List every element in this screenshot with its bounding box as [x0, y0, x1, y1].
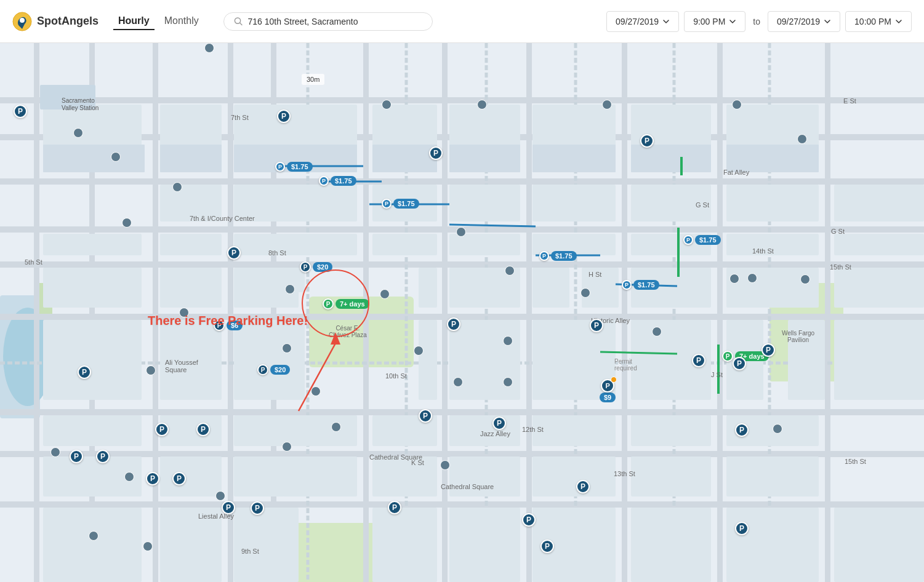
svg-rect-89 — [283, 320, 305, 400]
price-marker-3[interactable]: P $1.75 — [382, 199, 419, 209]
parking-marker[interactable]: P — [222, 501, 235, 514]
price-marker-6-1[interactable]: P $6 — [214, 320, 243, 331]
parking-marker[interactable]: P — [761, 343, 775, 357]
parking-marker[interactable] — [179, 308, 189, 317]
parking-marker[interactable] — [111, 152, 121, 162]
parking-marker[interactable] — [380, 289, 390, 299]
parking-marker[interactable]: P — [733, 357, 746, 370]
parking-marker[interactable] — [602, 100, 612, 110]
date-to-dropdown[interactable]: 09/27/2019 — [768, 11, 840, 32]
label-cathedral-square-2: Cathedral Square — [441, 483, 494, 490]
nav-monthly[interactable]: Monthly — [159, 13, 204, 30]
svg-rect-15 — [0, 261, 924, 268]
parking-marker[interactable] — [773, 424, 782, 434]
parking-marker[interactable] — [747, 273, 757, 283]
parking-marker[interactable] — [732, 100, 742, 110]
parking-marker[interactable] — [331, 422, 341, 432]
svg-rect-20 — [34, 43, 39, 582]
parking-marker[interactable]: P — [735, 522, 749, 535]
svg-rect-17 — [0, 409, 924, 415]
parking-marker[interactable]: P — [172, 472, 186, 485]
chevron-down-icon — [662, 18, 670, 25]
price-marker-4[interactable]: P $1.75 — [539, 251, 577, 261]
map[interactable]: 30m SacramentoValley Station 7th & I/Cou… — [0, 43, 924, 582]
street-15th-1: 15th St — [830, 263, 851, 271]
parking-marker[interactable] — [797, 134, 807, 144]
price-marker-6[interactable]: P $1.75 — [683, 235, 721, 245]
parking-marker[interactable] — [729, 274, 739, 284]
parking-marker[interactable] — [146, 365, 156, 375]
parking-marker[interactable] — [122, 218, 132, 228]
parking-marker[interactable] — [581, 288, 590, 298]
parking-marker[interactable]: P — [96, 450, 110, 463]
parking-marker[interactable] — [143, 541, 153, 551]
svg-rect-110 — [372, 456, 437, 496]
time-from-dropdown[interactable]: 9:00 PM — [684, 11, 745, 32]
map-background — [0, 43, 924, 582]
parking-marker[interactable] — [89, 531, 98, 541]
parking-marker[interactable] — [50, 447, 60, 457]
logo[interactable]: SpotAngels — [12, 12, 98, 31]
parking-marker[interactable] — [477, 100, 487, 110]
parking-marker[interactable]: P — [196, 423, 210, 436]
parking-marker[interactable] — [124, 472, 134, 482]
price-marker-20-1[interactable]: P $20 — [300, 261, 332, 273]
parking-marker[interactable]: P — [640, 134, 654, 148]
parking-marker[interactable]: P — [447, 317, 460, 331]
parking-marker[interactable] — [503, 336, 513, 346]
parking-marker[interactable] — [800, 274, 810, 284]
parking-marker[interactable]: P — [146, 472, 159, 485]
parking-marker[interactable]: P — [78, 365, 91, 379]
chevron-down-icon — [895, 18, 902, 25]
parking-marker[interactable]: P — [251, 501, 264, 515]
parking-marker[interactable] — [652, 327, 662, 337]
price-marker-2[interactable]: P $1.75 — [319, 176, 356, 186]
label-county-center: 7th & I/County Center — [190, 215, 255, 222]
parking-marker[interactable]: P — [277, 110, 291, 123]
parking-marker[interactable] — [73, 128, 83, 138]
free-marker-1[interactable]: P 7+ days — [323, 298, 369, 309]
parking-marker[interactable]: P — [155, 423, 169, 436]
price-marker-20-2[interactable]: P $20 — [257, 364, 290, 375]
parking-marker[interactable]: P — [70, 450, 83, 463]
date-time-group: 09/27/2019 9:00 PM to 09/27/2019 10:00 P… — [606, 11, 912, 32]
price-marker-9[interactable]: P $9 — [600, 379, 616, 402]
label-fat-alley: Fat Alley — [723, 169, 749, 176]
parking-marker[interactable] — [204, 43, 214, 53]
parking-marker[interactable] — [215, 491, 225, 501]
nav-hourly[interactable]: Hourly — [113, 13, 155, 30]
parking-marker[interactable] — [440, 460, 450, 470]
svg-rect-91 — [449, 320, 520, 400]
parking-marker[interactable] — [456, 227, 466, 237]
parking-marker[interactable] — [172, 182, 182, 192]
svg-rect-29 — [717, 43, 723, 582]
time-to-dropdown[interactable]: 10:00 PM — [845, 11, 912, 32]
parking-marker[interactable] — [282, 442, 292, 452]
parking-marker[interactable]: P — [692, 354, 705, 367]
parking-marker[interactable] — [311, 386, 321, 396]
parking-marker[interactable]: P — [388, 501, 401, 514]
parking-marker[interactable]: P — [14, 105, 27, 118]
parking-marker[interactable] — [503, 377, 513, 387]
parking-marker[interactable]: P — [227, 246, 241, 260]
parking-marker[interactable] — [505, 266, 515, 276]
parking-marker[interactable]: P — [419, 409, 432, 423]
svg-rect-114 — [726, 456, 819, 496]
parking-marker[interactable] — [453, 377, 463, 387]
chevron-down-icon — [729, 18, 736, 25]
parking-marker[interactable]: P — [522, 513, 536, 527]
date-from-dropdown[interactable]: 09/27/2019 — [606, 11, 679, 32]
price-marker-1[interactable]: P $1.75 — [275, 162, 313, 172]
parking-marker[interactable] — [382, 100, 392, 110]
parking-marker[interactable]: P — [492, 417, 506, 430]
search-input[interactable] — [248, 17, 422, 26]
parking-marker[interactable] — [414, 346, 424, 356]
parking-marker[interactable] — [285, 284, 295, 294]
parking-marker[interactable]: P — [540, 540, 554, 553]
parking-marker[interactable]: P — [576, 480, 590, 493]
parking-marker[interactable]: P — [590, 319, 603, 332]
price-marker-5[interactable]: P $1.75 — [622, 280, 659, 290]
parking-marker[interactable] — [282, 343, 292, 353]
parking-marker[interactable]: P — [735, 423, 749, 437]
parking-marker[interactable]: P — [429, 146, 443, 160]
